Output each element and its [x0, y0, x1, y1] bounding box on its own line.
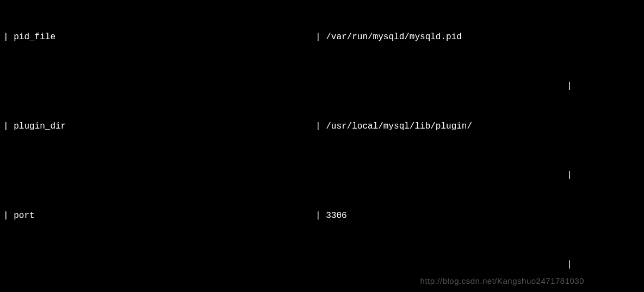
table-row: | pid_file | /var/run/mysqld/mysqld.pid	[0, 32, 644, 44]
terminal-output: | pid_file | /var/run/mysqld/mysqld.pid …	[0, 0, 644, 292]
table-row: | plugin_dir | /usr/local/mysql/lib/plug…	[0, 121, 644, 133]
row-terminator: |	[0, 171, 644, 182]
variable-name: plugin_dir	[14, 121, 66, 131]
variable-name: port	[14, 211, 34, 221]
variable-name: pid_file	[14, 32, 55, 42]
row-terminator: |	[0, 260, 644, 272]
row-terminator: |	[0, 81, 644, 93]
variable-value: /usr/local/mysql/lib/plugin/	[326, 121, 472, 131]
variable-value: 3306	[326, 211, 346, 221]
table-row: | port | 3306	[0, 210, 644, 222]
watermark-text: http://blog.csdn.net/Kangshuo2471781030	[420, 276, 584, 285]
variable-value: /var/run/mysqld/mysqld.pid	[326, 32, 462, 42]
